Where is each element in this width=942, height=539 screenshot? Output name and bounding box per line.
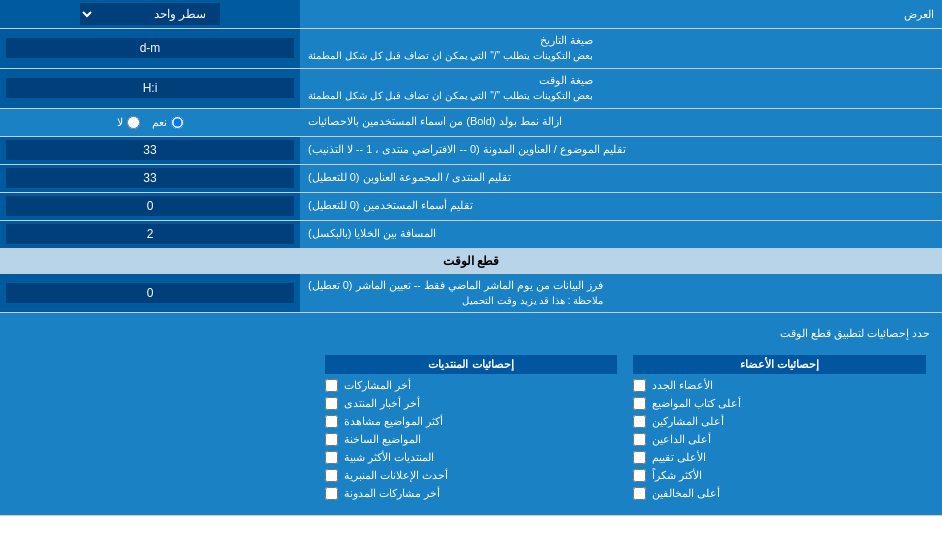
cell-gap-row: المسافة بين الخلايا (بالبكسل) 2 — [0, 221, 942, 249]
members-item-2-checkbox[interactable] — [633, 415, 646, 428]
members-item-0-label: الأعضاء الجدد — [652, 379, 713, 392]
content-item-5-label: أحدث الإعلانات المنبرية — [344, 469, 448, 482]
content-item-5-checkbox[interactable] — [325, 469, 338, 482]
cutoff-label: فرز البيانات من يوم الماشر الماضي فقط --… — [300, 274, 942, 313]
display-select[interactable]: سطر واحد سطران ثلاثة أسطر — [80, 3, 220, 25]
limit-label-row: حدد إحصائيات لتطبيق قطع الوقت — [8, 319, 934, 347]
time-format-label: صيغة الوقتبعض التكوينات يتطلب "/" التي ي… — [300, 69, 942, 108]
cutoff-row: فرز البيانات من يوم الماشر الماضي فقط --… — [0, 274, 942, 314]
members-item-4: الأعلى تقييم — [633, 451, 926, 464]
date-format-input[interactable]: d-m — [6, 38, 294, 58]
content-item-2-label: أكثر المواضيع مشاهدة — [344, 415, 443, 428]
radio-yes-label[interactable]: نعم — [152, 116, 184, 129]
cutoff-input[interactable]: 0 — [6, 283, 294, 303]
time-format-row: صيغة الوقتبعض التكوينات يتطلب "/" التي ي… — [0, 69, 942, 109]
cutoff-input-wrap: 0 — [0, 274, 300, 313]
content-item-3: المواضيع الساخنة — [325, 433, 618, 446]
members-item-6-checkbox[interactable] — [633, 487, 646, 500]
content-item-2: أكثر المواضيع مشاهدة — [325, 415, 618, 428]
radio-yes[interactable] — [171, 116, 184, 129]
date-format-label: صيغة التاريخبعض التكوينات يتطلب "/" التي… — [300, 29, 942, 68]
cell-gap-input-wrap: 2 — [0, 221, 300, 248]
content-item-0-label: أخر المشاركات — [344, 379, 411, 392]
content-stats-col: إحصائيات المنتديات أخر المشاركات أخر أخب… — [317, 351, 626, 509]
members-item-3-label: أعلى الداعين — [652, 433, 711, 446]
members-stats-header: إحصائيات الأعضاء — [633, 355, 926, 374]
radio-yes-text: نعم — [152, 116, 167, 129]
content-item-3-checkbox[interactable] — [325, 433, 338, 446]
members-item-6: أعلى المخالفين — [633, 487, 926, 500]
content-item-6: أخر مشاركات المدونة — [325, 487, 618, 500]
members-item-1-label: أعلى كتاب المواضيع — [652, 397, 741, 410]
date-format-row: صيغة التاريخبعض التكوينات يتطلب "/" التي… — [0, 29, 942, 69]
members-item-3: أعلى الداعين — [633, 433, 926, 446]
cell-gap-label: المسافة بين الخلايا (بالبكسل) — [300, 221, 942, 248]
forum-titles-input-wrap: 33 — [0, 165, 300, 192]
content-item-4: المنتديات الأكثر شبية — [325, 451, 618, 464]
top-row: العرض سطر واحد سطران ثلاثة أسطر — [0, 0, 942, 29]
content-item-1-label: أخر أخبار المنتدى — [344, 397, 420, 410]
members-item-0-checkbox[interactable] — [633, 379, 646, 392]
content-item-0-checkbox[interactable] — [325, 379, 338, 392]
content-item-1: أخر أخبار المنتدى — [325, 397, 618, 410]
content-item-3-label: المواضيع الساخنة — [344, 433, 421, 446]
forum-titles-row: تقليم المنتدى / المجموعة العناوين (0 للت… — [0, 165, 942, 193]
topics-titles-row: تقليم الموضوع / العناوين المدونة (0 -- ا… — [0, 137, 942, 165]
radio-no-text: لا — [117, 116, 123, 129]
username-trim-input-wrap: 0 — [0, 193, 300, 220]
members-item-2: أعلى المشاركين — [633, 415, 926, 428]
username-trim-input[interactable]: 0 — [6, 196, 294, 216]
members-item-6-label: أعلى المخالفين — [652, 487, 720, 500]
content-item-0: أخر المشاركات — [325, 379, 618, 392]
members-item-3-checkbox[interactable] — [633, 433, 646, 446]
members-item-4-checkbox[interactable] — [633, 451, 646, 464]
content-item-1-checkbox[interactable] — [325, 397, 338, 410]
date-format-input-wrap: d-m — [0, 29, 300, 68]
bold-remove-radio-group: نعم لا — [0, 112, 300, 133]
content-stats-header: إحصائيات المنتديات — [325, 355, 618, 374]
checkboxes-columns: إحصائيات الأعضاء الأعضاء الجدد أعلى كتاب… — [8, 351, 934, 509]
cell-gap-input[interactable]: 2 — [6, 224, 294, 244]
bold-remove-label: ازالة نمط بولد (Bold) من اسماء المستخدمي… — [300, 110, 942, 133]
username-trim-row: تقليم أسماء المستخدمين (0 للتعطيل) 0 — [0, 193, 942, 221]
limit-label-text: حدد إحصائيات لتطبيق قطع الوقت — [8, 325, 934, 342]
forum-titles-label: تقليم المنتدى / المجموعة العناوين (0 للت… — [300, 165, 942, 192]
username-trim-label: تقليم أسماء المستخدمين (0 للتعطيل) — [300, 193, 942, 220]
topics-titles-input-wrap: 33 — [0, 137, 300, 164]
time-format-input-wrap: H:i — [0, 69, 300, 108]
forum-titles-input[interactable]: 33 — [6, 168, 294, 188]
members-item-5: الأكثر شكراً — [633, 469, 926, 482]
content-item-6-label: أخر مشاركات المدونة — [344, 487, 440, 500]
content-item-6-checkbox[interactable] — [325, 487, 338, 500]
header-title-label: العرض — [300, 4, 942, 25]
topics-titles-input[interactable]: 33 — [6, 140, 294, 160]
limit-col — [8, 351, 317, 509]
bold-remove-row: ازالة نمط بولد (Bold) من اسماء المستخدمي… — [0, 109, 942, 137]
content-item-5: أحدث الإعلانات المنبرية — [325, 469, 618, 482]
content-item-4-checkbox[interactable] — [325, 451, 338, 464]
members-item-5-checkbox[interactable] — [633, 469, 646, 482]
top-select-part: سطر واحد سطران ثلاثة أسطر — [0, 0, 300, 28]
content-item-2-checkbox[interactable] — [325, 415, 338, 428]
radio-no[interactable] — [127, 116, 140, 129]
time-format-input[interactable]: H:i — [6, 78, 294, 98]
members-item-2-label: أعلى المشاركين — [652, 415, 724, 428]
main-container: العرض سطر واحد سطران ثلاثة أسطر صيغة الت… — [0, 0, 942, 516]
members-item-1-checkbox[interactable] — [633, 397, 646, 410]
checkboxes-section: حدد إحصائيات لتطبيق قطع الوقت إحصائيات ا… — [0, 313, 942, 516]
topics-titles-label: تقليم الموضوع / العناوين المدونة (0 -- ا… — [300, 137, 942, 164]
content-item-4-label: المنتديات الأكثر شبية — [344, 451, 434, 464]
members-item-4-label: الأعلى تقييم — [652, 451, 706, 464]
members-item-5-label: الأكثر شكراً — [652, 469, 702, 482]
members-item-0: الأعضاء الجدد — [633, 379, 926, 392]
radio-no-label[interactable]: لا — [117, 116, 140, 129]
cutoff-section-header: قطع الوقت — [0, 249, 942, 274]
members-stats-col: إحصائيات الأعضاء الأعضاء الجدد أعلى كتاب… — [625, 351, 934, 509]
members-item-1: أعلى كتاب المواضيع — [633, 397, 926, 410]
